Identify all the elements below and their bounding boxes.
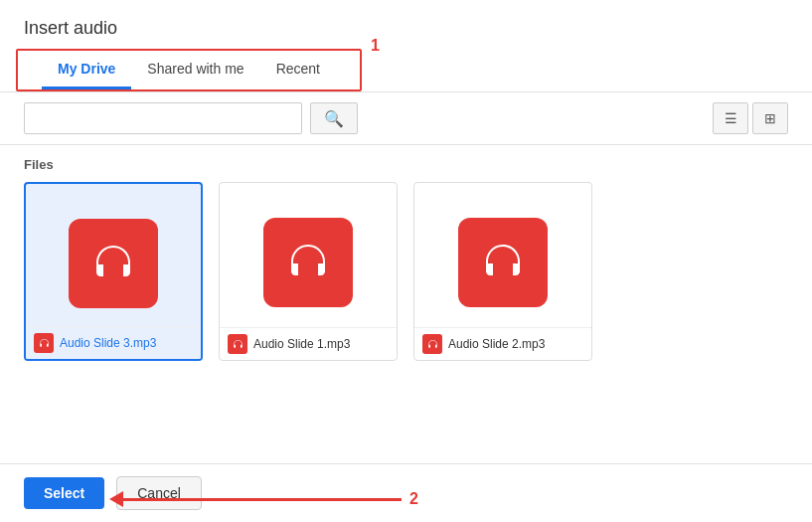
file-card-3[interactable]: Audio Slide 2.mp3 [413, 182, 592, 361]
tab-my-drive[interactable]: My Drive [42, 51, 131, 89]
cancel-button[interactable]: Cancel [116, 476, 202, 510]
headphone-svg-small-1 [38, 337, 51, 350]
tabs-section: My Drive Shared with me Recent 1 [0, 49, 812, 91]
list-view-icon: ☰ [725, 110, 737, 126]
file-icon-large-2 [258, 213, 358, 312]
file-icon-large-3 [453, 213, 553, 312]
grid-view-icon: ⊞ [764, 110, 776, 126]
headphone-svg-large-2 [282, 237, 334, 288]
audio-icon-large-1 [69, 219, 158, 308]
file-footer-1: Audio Slide 3.mp3 [26, 326, 201, 359]
annotation-number-2: 2 [409, 490, 418, 508]
file-footer-3: Audio Slide 2.mp3 [414, 327, 591, 360]
file-name-2: Audio Slide 1.mp3 [253, 337, 350, 351]
search-icon: 🔍 [324, 109, 344, 128]
bottom-bar: Select Cancel 2 [0, 464, 812, 522]
search-button[interactable]: 🔍 [310, 102, 358, 134]
files-section: Files Audio Slide [0, 145, 812, 463]
search-input[interactable] [24, 102, 302, 134]
grid-view-button[interactable]: ⊞ [752, 102, 788, 134]
audio-icon-small-2 [228, 334, 247, 354]
search-row: 🔍 ☰ ⊞ [0, 92, 812, 145]
tab-recent[interactable]: Recent [260, 51, 336, 89]
headphone-svg-large-1 [87, 238, 139, 289]
audio-icon-small-1 [34, 333, 54, 353]
insert-audio-dialog: Insert audio My Drive Shared with me Rec… [0, 0, 812, 522]
file-card-2[interactable]: Audio Slide 1.mp3 [219, 182, 398, 361]
dialog-title: Insert audio [0, 0, 812, 49]
tabs-row: My Drive Shared with me Recent 1 [16, 49, 362, 91]
tab-shared-with-me[interactable]: Shared with me [131, 51, 259, 89]
files-label: Files [24, 157, 788, 172]
annotation-1: 1 [371, 37, 380, 55]
file-name-1: Audio Slide 3.mp3 [60, 336, 156, 350]
file-name-3: Audio Slide 2.mp3 [448, 337, 545, 351]
headphone-svg-large-3 [477, 237, 529, 288]
files-grid: Audio Slide 3.mp3 [24, 182, 788, 361]
audio-icon-large-3 [458, 218, 548, 307]
select-button[interactable]: Select [24, 477, 104, 509]
audio-icon-large-2 [263, 218, 353, 307]
file-icon-large-1 [64, 214, 163, 313]
file-footer-2: Audio Slide 1.mp3 [220, 327, 397, 360]
list-view-button[interactable]: ☰ [713, 102, 748, 134]
view-buttons: ☰ ⊞ [713, 102, 788, 134]
audio-icon-small-3 [422, 334, 442, 354]
headphone-svg-small-3 [426, 338, 439, 351]
headphone-svg-small-2 [232, 338, 244, 351]
file-card-1[interactable]: Audio Slide 3.mp3 [24, 182, 203, 361]
